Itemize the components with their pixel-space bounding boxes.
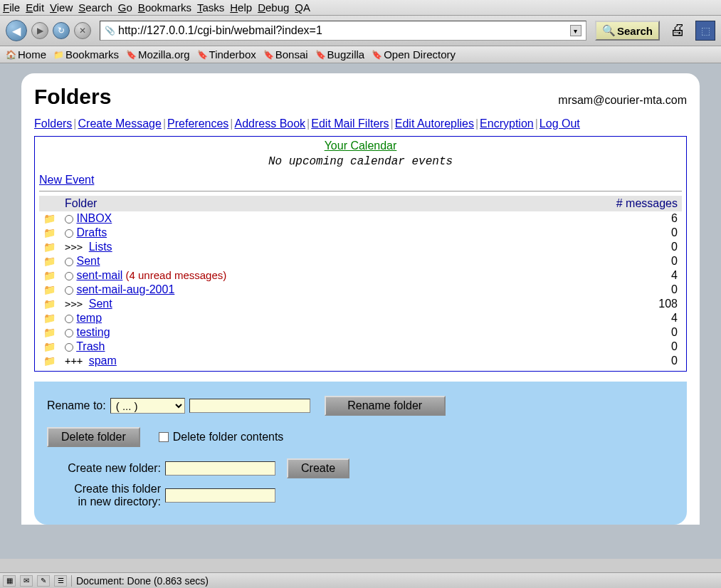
create-folder-input[interactable]	[165, 461, 275, 476]
folder-link-temp[interactable]: temp	[76, 312, 102, 324]
folder-link-spam[interactable]: spam	[89, 355, 117, 367]
rename-input[interactable]	[189, 399, 310, 413]
menu-debug[interactable]: Debug	[258, 1, 289, 14]
nav-log-out[interactable]: Log Out	[540, 117, 580, 130]
menu-view[interactable]: View	[50, 1, 73, 14]
message-count: 0	[501, 254, 682, 268]
create-folder-label: Create new folder:	[47, 462, 161, 475]
nav-edit-mail-filters[interactable]: Edit Mail Filters	[311, 117, 389, 130]
forward-button[interactable]: ▶	[31, 22, 48, 39]
folder-table: Folder # messages 📁 INBOX6📁 Drafts0📁>>> …	[39, 196, 682, 368]
folder-radio[interactable]	[65, 343, 73, 352]
create-dir-input[interactable]	[165, 488, 275, 503]
nav-create-message[interactable]: Create Message	[78, 117, 162, 130]
delete-folder-button[interactable]: Delete folder	[47, 427, 140, 447]
nav-address-book[interactable]: Address Book	[234, 117, 305, 130]
bookmark-open-directory[interactable]: 🔖Open Directory	[372, 48, 456, 61]
folder-icon: 📁	[43, 213, 56, 224]
folder-radio[interactable]	[65, 329, 73, 337]
menu-tasks[interactable]: Tasks	[197, 1, 224, 14]
folder-link-sent-mail-aug-2001[interactable]: sent-mail-aug-2001	[76, 283, 174, 295]
addressbook-icon[interactable]: ☰	[54, 575, 67, 587]
search-button-label: Search	[617, 25, 653, 37]
folder-link-inbox[interactable]: INBOX	[76, 212, 112, 224]
folder-row: 📁 INBOX6	[39, 211, 682, 226]
folder-radio[interactable]	[65, 286, 73, 295]
folder-link-sent-mail[interactable]: sent-mail	[76, 269, 122, 281]
bookmark-bookmarks[interactable]: 📁Bookmarks	[53, 48, 119, 61]
rename-to-label: Rename to:	[47, 399, 106, 412]
bookmark-mozilla-org[interactable]: 🔖Mozilla.org	[126, 48, 190, 61]
menu-search[interactable]: Search	[78, 1, 112, 14]
search-button[interactable]: 🔍 Search	[595, 21, 660, 41]
folder-radio[interactable]	[65, 215, 73, 224]
folder-row: 📁>>> Sent108	[39, 297, 682, 311]
component-bar-icon[interactable]: ▦	[3, 575, 16, 587]
folder-radio[interactable]	[65, 229, 73, 238]
menu-edit[interactable]: Edit	[26, 1, 44, 14]
folder-link-drafts[interactable]: Drafts	[76, 226, 107, 238]
reload-button[interactable]: ↻	[53, 22, 70, 39]
folder-row: 📁 Drafts0	[39, 226, 682, 240]
folder-link-sent[interactable]: Sent	[89, 298, 112, 310]
menu-go[interactable]: Go	[118, 1, 132, 14]
url-dropdown-icon[interactable]: ▾	[570, 25, 581, 36]
folder-link-trash[interactable]: Trash	[76, 340, 105, 352]
rename-folder-button[interactable]: Rename folder	[325, 396, 446, 416]
nav-encryption[interactable]: Encryption	[480, 117, 534, 130]
folder-icon: 📁	[43, 327, 56, 338]
menubar: FileEditViewSearchGoBookmarksTasksHelpDe…	[0, 0, 721, 16]
search-icon: 🔍	[602, 24, 616, 37]
menu-file[interactable]: File	[3, 1, 20, 14]
folder-link-lists[interactable]: Lists	[89, 241, 112, 253]
folder-link-sent[interactable]: Sent	[76, 255, 100, 267]
menu-help[interactable]: Help	[230, 1, 252, 14]
menu-qa[interactable]: QA	[295, 1, 310, 14]
delete-contents-checkbox[interactable]	[159, 432, 169, 442]
print-icon[interactable]: 🖨	[670, 21, 690, 41]
bookmark-bugzilla[interactable]: 🔖Bugzilla	[315, 48, 365, 61]
calendar-link[interactable]: Your Calendar	[39, 140, 682, 152]
create-button[interactable]: Create	[287, 458, 349, 478]
folder-icon: 📁	[43, 313, 56, 324]
folder-link-testing[interactable]: testing	[76, 326, 110, 338]
folder-row: 📁 Trash0	[39, 340, 682, 354]
stop-button[interactable]: ✕	[74, 22, 91, 39]
nav-edit-autoreplies[interactable]: Edit Autoreplies	[395, 117, 474, 130]
rename-select[interactable]: ( ... )	[110, 398, 185, 414]
message-count: 6	[501, 211, 682, 226]
folder-radio[interactable]	[65, 315, 73, 323]
message-count: 0	[501, 325, 682, 340]
unread-note: (4 unread messages)	[122, 269, 226, 281]
folder-row: 📁 sent-mail (4 unread messages)4	[39, 268, 682, 283]
folder-radio[interactable]	[65, 258, 73, 266]
nav-folders[interactable]: Folders	[34, 117, 72, 130]
folder-col-header: Folder	[60, 196, 501, 211]
new-event-link[interactable]: New Event	[39, 174, 682, 187]
composer-icon[interactable]: ✎	[37, 575, 50, 587]
folder-row: 📁 Sent0	[39, 254, 682, 268]
bookmark-bonsai[interactable]: 🔖Bonsai	[263, 48, 308, 61]
folder-radio[interactable]	[65, 272, 73, 280]
nav-links: Folders|Create Message|Preferences|Addre…	[34, 116, 687, 135]
menu-bookmarks[interactable]: Bookmarks	[138, 1, 191, 14]
mail-icon[interactable]: ✉	[20, 575, 33, 587]
link-icon: 🔖	[372, 50, 382, 60]
folder-row: 📁+++ spam0	[39, 354, 682, 368]
folder-prefix: >>>	[65, 241, 89, 253]
url-bar[interactable]: 📎 http://127.0.0.1/cgi-bin/webmail?index…	[100, 21, 586, 41]
message-count: 108	[501, 297, 682, 311]
main-card: Folders mrsam@courier-mta.com Folders|Cr…	[21, 73, 700, 525]
user-email: mrsam@courier-mta.com	[558, 94, 687, 107]
message-count: 0	[501, 340, 682, 354]
toolbar: ◀ ▶ ↻ ✕ 📎 http://127.0.0.1/cgi-bin/webma…	[0, 16, 721, 46]
folder-row: 📁>>> Lists0	[39, 240, 682, 254]
folder-icon: 📁	[43, 355, 56, 367]
home-icon: 🏠	[6, 50, 16, 60]
calendar-message: No upcoming calendar events	[39, 155, 682, 168]
bookmark-home[interactable]: 🏠Home	[6, 48, 46, 61]
back-button[interactable]: ◀	[6, 20, 27, 41]
bookmark-tinderbox[interactable]: 🔖Tinderbox	[197, 48, 256, 61]
folder-prefix: >>>	[65, 298, 89, 310]
nav-preferences[interactable]: Preferences	[167, 117, 228, 130]
